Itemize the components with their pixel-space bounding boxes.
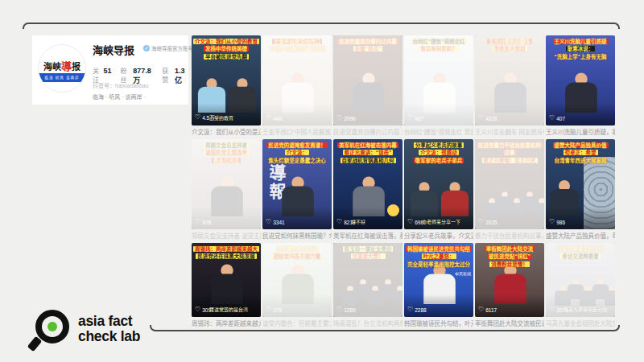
like-count: ♡6117	[478, 306, 497, 313]
like-count: ♡978	[195, 219, 211, 225]
video-caption: 王义川言论翻车 网友怒斥带风向…	[475, 127, 544, 136]
video-caption: 率街舞团赴大陆交流被民进党贴“抹…	[475, 319, 544, 327]
video-caption: 分享起义老兵故事，介文汲：很感动…	[404, 231, 473, 240]
video-caption: 王金平改口“中国人民解放军”引热…	[262, 127, 332, 136]
thumb-title-overlay: 陈玉珍一掌扯太费劲沈富雄大赞！	[335, 245, 401, 261]
afcl-watermark: asia fact check lab	[29, 306, 140, 352]
douyin-id: 抖音号：haixiadaobao	[93, 81, 149, 89]
video-caption: 王义川洗脑儿童引质疑，耿寒冰说：…	[546, 127, 615, 136]
video-caption: 谈党内整合：目前最主要工作是凝聚…	[262, 319, 332, 327]
heart-icon: ♡	[407, 306, 413, 313]
video-caption: 盛赞大陆产品独具价值，苟卓正：希…	[546, 231, 615, 240]
video-caption: 台网红“蹭饭”视频走红 背后有何…	[404, 127, 473, 136]
thumb-title-overlay: 民进党嘉宾自曝内讧内幕狂酸“奇兵”	[335, 38, 401, 53]
heart-icon: ♡	[195, 306, 200, 313]
video-tile-11[interactable]: 盛赞大陆产品独具价值苟卓正：希望台湾青年西进大展拳脚♡986盛赞大陆产品独具价值…	[546, 139, 615, 240]
video-tile-0[interactable]: 介文汲：我们从小受的教育发扬中华传统美德平台被民进党先翻♡4.5万小受的教育介文…	[192, 35, 261, 136]
like-count: ♡407	[549, 115, 565, 121]
video-tile-16[interactable]: 率街舞团赴大陆交流被民进党贴“抹红”消费粉丝悲情！♡6117率街舞团赴大陆交流被…	[475, 243, 544, 327]
video-tile-15[interactable]: 韩国瑜被诬民进党民共勾结叶元之暴怒：完全是轻率滥用指控太过分中天新闻♡2288韩…	[404, 243, 473, 327]
like-count: ♡687	[407, 115, 423, 121]
video-grid: 介文汲：我们从小受的教育发扬中华传统美德平台被民进党先翻♡4.5万小受的教育介文…	[192, 35, 617, 331]
heart-icon: ♡	[478, 219, 484, 225]
machine-image	[584, 157, 615, 229]
video-tile-6[interactable]: 郑丽文会见支持者谈国民党主席选举表态引关注♡978郑丽文会见支持者 谈党主席选举…	[192, 139, 261, 240]
thumb-subtitle: 小受的教育	[209, 114, 233, 121]
profile-card: 海峡導报 临海 听风 谈两岸 海峡导报 ✓ 海峡导报官方账号 关注51粉丝877…	[32, 35, 188, 105]
like-count: ♡3341	[266, 219, 285, 225]
grid-row-2: 周锡玮：两岸差距越来越大民进党还在抹黑大陆发展♡3097民进党毁的是台湾周锡玮：…	[192, 243, 617, 327]
video-tile-10[interactable]: 民进党暴力干扰台民意机构议事蔡正元哽咽：民主已死♡2035暴力干扰台民意机构议事…	[475, 139, 544, 240]
magnifier-icon	[29, 306, 71, 352]
heart-icon: ♡	[336, 306, 342, 313]
heart-icon: ♡	[336, 115, 342, 121]
frame-top-line	[23, 23, 620, 29]
video-tile-4[interactable]: 王义川带风向翻车李姓民众怒怼♡4326王义川言论翻车 网友怒斥带风向…	[475, 35, 544, 136]
heart-icon: ♡	[195, 219, 200, 225]
afcl-wordmark: asia fact check lab	[78, 314, 140, 344]
thumb-title-overlay: 目前最主要工作是团结党内各方面力量	[264, 245, 330, 261]
video-tile-7[interactable]: 民进党的遮掩愈发离谱！介文汲：焦头烂额坚定愚蠢之决心導報♡3341民进党如何抹黑…	[262, 139, 332, 240]
heart-icon: ♡	[478, 306, 484, 313]
thumb-title-overlay: 王义川带风向翻车李姓民众怒怼	[477, 38, 543, 53]
grid-row-0: 介文汲：我们从小受的教育发扬中华传统美德平台被民进党先翻♡4.5万小受的教育介文…	[192, 35, 617, 136]
thumb-subtitle: 个老师来分享一下	[422, 218, 460, 225]
heart-icon: ♡	[549, 219, 555, 225]
profile-tagline: 临海 · 听风 · 谈两岸 ·	[93, 93, 146, 101]
like-count: ♡2096	[336, 115, 356, 121]
thumb-title-overlay: 民进党暴力干扰台民意机构议事蔡正元哽咽：民主已死	[477, 142, 543, 164]
thumb-title-overlay: 分享起义老兵的故事介文汲：很感动敬军家的老兵子弟兵	[406, 142, 472, 164]
video-tile-13[interactable]: 目前最主要工作是团结党内各方面力量♡376谈党内整合：目前最主要工作是凝聚…	[262, 243, 332, 327]
heart-icon: ♡	[266, 219, 271, 225]
thumb-title-overlay: 马英九率青年赴大陆参访交流释善意	[547, 245, 613, 261]
verified-badge: ✓ 海峡导报官方账号	[143, 44, 193, 52]
thumb-title-overlay: 率街舞团赴大陆交流被民进党贴“抹红”消费粉丝悲情！	[477, 245, 543, 268]
thumb-title-overlay: 介文汲：我们从小受的教育发扬中华传统美德平台被民进党先翻	[193, 38, 259, 60]
thumb-title-overlay: 韩国瑜被诬民进党民共勾结叶元之暴怒：完全是轻率滥用指控太过分	[406, 245, 472, 268]
thumb-subtitle: 好不好	[351, 218, 365, 225]
mascot-icon	[387, 204, 399, 216]
avatar-ribbon: 临海 听风 谈两岸	[38, 73, 86, 82]
video-caption: 民进党如何抹黑韩国瑜？介文汲：…	[262, 231, 332, 240]
thumb-title-overlay: 美军机在红海被击落内幕蔡正元竟讲：“误击”自家战机背锅真相几何	[335, 142, 401, 164]
avatar[interactable]: 海峡導报 临海 听风 谈两岸	[38, 44, 86, 93]
video-tile-14[interactable]: 陈玉珍一掌扯太费劲沈富雄大赞！♡1289场面混乱！台立法机构再爆冲突…	[333, 243, 402, 327]
stat-2: 获赞1.3亿	[162, 66, 188, 85]
like-count: ♡2075	[549, 306, 568, 313]
grid-row-1: 郑丽文会见支持者谈国民党主席选举表态引关注♡978郑丽文会见支持者 谈党主席选举…	[192, 139, 617, 240]
video-caption: 暴力干扰台民意机构议事，蔡正元…	[475, 231, 544, 240]
like-count: ♡2288	[407, 306, 427, 313]
heart-icon: ♡	[478, 115, 484, 121]
thumb-title-overlay: 台网红“蹭饭”视频走红背后有何玄机？	[406, 38, 472, 53]
thumb-title-overlay: 民进党的遮掩愈发离谱！介文汲：焦头烂额坚定愚蠢之决心	[264, 142, 330, 164]
video-tile-1[interactable]: 王金平出席活动改口“中国人民解放军”引热议♡448王金平改口“中国人民解放军”引…	[262, 35, 332, 136]
video-tile-8[interactable]: 美军机在红海被击落内幕蔡正元竟讲：“误击”自家战机背锅真相几何♡8218好不好美…	[333, 139, 402, 240]
avatar-logo-text: 海峡導报	[39, 58, 85, 73]
thumb-title-overlay: 郑丽文会见支持者谈国民党主席选举表态引关注	[193, 142, 259, 164]
video-caption: 郑丽文会见支持者 谈党主席选举…	[192, 231, 261, 240]
video-tile-3[interactable]: 台网红“蹭饭”视频走红背后有何玄机？♡687台网红“蹭饭”视频走红 背后有何…	[404, 35, 473, 136]
verified-badge-label: 海峡导报官方账号	[151, 44, 193, 52]
video-tile-17[interactable]: 马英九率青年赴大陆参访交流释善意♡2075马英九率青年赴大陆马英九基金会组团赴大…	[546, 243, 615, 327]
video-caption: 美军机在红海被误击落，蔡正元笑…	[333, 231, 402, 240]
like-count: ♡1289	[336, 306, 356, 313]
thumb-title-overlay: 王金平出席活动改口“中国人民解放军”引热议	[264, 38, 330, 53]
heart-icon: ♡	[549, 115, 555, 121]
like-count: ♡986	[549, 219, 565, 225]
verified-check-icon: ✓	[143, 45, 150, 51]
video-caption: 场面混乱！台立法机构再爆冲突…	[333, 319, 402, 327]
video-tile-2[interactable]: 民进党嘉宾自曝内讧内幕狂酸“奇兵”♡2096民进党嘉宾自曝内讧内幕 狂酸“奇…	[333, 35, 402, 136]
video-caption: 马英九基金会组团赴大陆交流参访…	[546, 319, 615, 327]
like-count: ♡448	[266, 115, 282, 121]
video-tile-5[interactable]: 王义川洗脑儿童引质疑耿寒冰说：“洗脑上学”上身有无脑♡407王义川洗脑儿童引质疑…	[546, 35, 615, 136]
video-caption: 周锡玮：两岸差距越来越大，民进党…	[192, 319, 261, 327]
heart-icon: ♡	[407, 219, 413, 225]
heart-icon: ♡	[266, 306, 271, 313]
video-tile-12[interactable]: 周锡玮：两岸差距越来越大民进党还在抹黑大陆发展♡3097民进党毁的是台湾周锡玮：…	[192, 243, 261, 327]
like-count: ♡376	[266, 306, 282, 313]
thumb-title-overlay: 盛赞大陆产品独具价值苟卓正：希望台湾青年西进大展拳脚	[547, 142, 613, 164]
thumb-subtitle: 马英九率青年赴大陆	[564, 306, 607, 313]
video-tile-9[interactable]: 分享起义老兵的故事介文汲：很感动敬军家的老兵子弟兵♡6980个老师来分享一下分享…	[404, 139, 473, 240]
heart-icon: ♡	[336, 219, 342, 225]
like-count: ♡4326	[478, 115, 497, 121]
